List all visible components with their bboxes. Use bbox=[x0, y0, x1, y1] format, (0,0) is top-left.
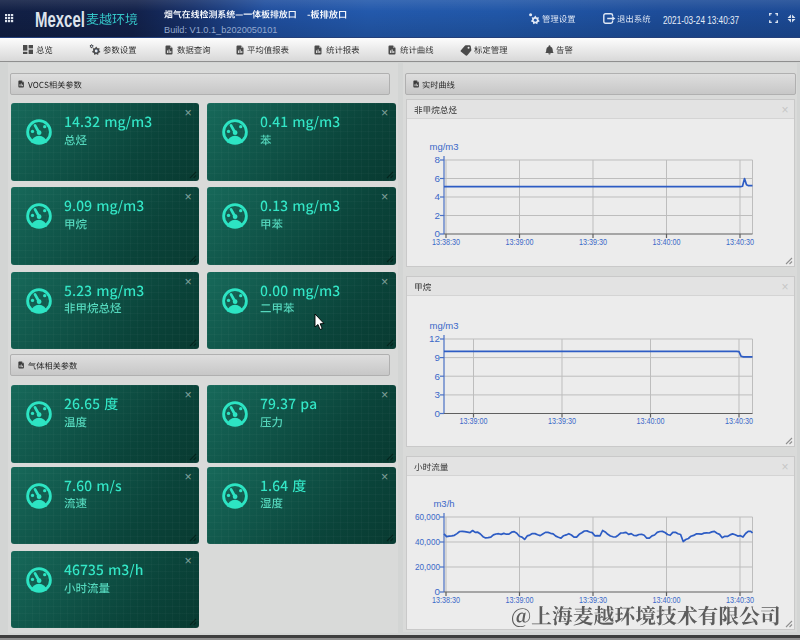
svg-text:13:38:30: 13:38:30 bbox=[432, 595, 460, 605]
svg-text:6: 6 bbox=[435, 173, 441, 184]
svg-text:13:40:30: 13:40:30 bbox=[726, 237, 754, 247]
svg-text:13:40:30: 13:40:30 bbox=[725, 416, 753, 426]
svg-text:40,000: 40,000 bbox=[415, 536, 440, 547]
svg-text:mg/m3: mg/m3 bbox=[429, 141, 458, 152]
svg-text:0: 0 bbox=[435, 408, 441, 419]
svg-text:3: 3 bbox=[435, 389, 441, 400]
svg-text:4: 4 bbox=[435, 191, 441, 202]
svg-text:13:39:00: 13:39:00 bbox=[460, 416, 488, 426]
svg-text:13:40:00: 13:40:00 bbox=[653, 237, 681, 247]
svg-text:6: 6 bbox=[435, 371, 441, 382]
svg-text:13:40:00: 13:40:00 bbox=[637, 416, 665, 426]
svg-text:13:39:30: 13:39:30 bbox=[579, 237, 607, 247]
svg-text:12: 12 bbox=[429, 333, 440, 344]
svg-text:9: 9 bbox=[435, 352, 440, 363]
svg-text:13:39:30: 13:39:30 bbox=[548, 416, 576, 426]
svg-text:m3/h: m3/h bbox=[433, 498, 454, 509]
svg-text:mg/m3: mg/m3 bbox=[429, 320, 458, 331]
svg-text:8: 8 bbox=[435, 154, 441, 165]
svg-text:13:38:30: 13:38:30 bbox=[432, 237, 460, 247]
svg-text:20,000: 20,000 bbox=[415, 561, 440, 572]
svg-text:60,000: 60,000 bbox=[415, 511, 440, 522]
svg-text:2: 2 bbox=[435, 210, 440, 221]
svg-text:13:39:00: 13:39:00 bbox=[506, 237, 534, 247]
